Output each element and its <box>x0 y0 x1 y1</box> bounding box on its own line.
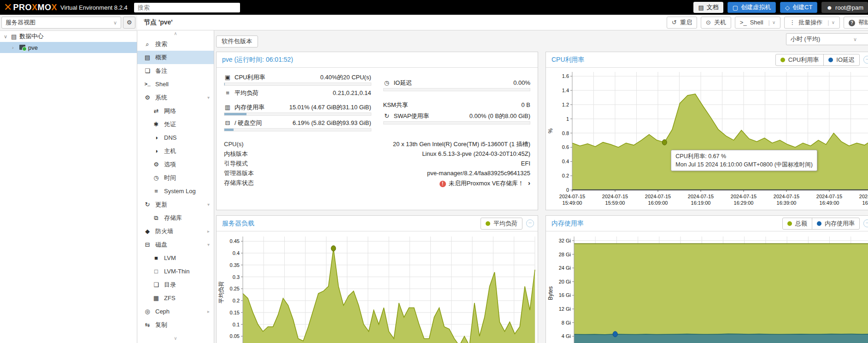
sidebar-item-lvm[interactable]: ■LVM <box>137 251 214 265</box>
create-ct-button[interactable]: ◇创建CT <box>780 2 817 13</box>
view-select[interactable]: 服务器视图 ∨ <box>1 17 121 29</box>
sidebar-item-syslog[interactable]: ≡System Log <box>137 184 214 198</box>
chevron-down-icon[interactable]: ∨ <box>772 20 775 25</box>
legend-item[interactable]: 平均负荷 <box>481 218 522 229</box>
scroll-up-indicator[interactable]: ∧ <box>137 30 214 37</box>
sidebar-item-directory[interactable]: ❑目录 <box>137 278 214 291</box>
sidebar-item-certificates[interactable]: ✱凭证 <box>137 118 214 131</box>
node-icon <box>19 44 25 51</box>
chart-canvas[interactable]: 32 Gi28 Gi24 Gi20 Gi16 Gi12 Gi8 Gi4 GiBy… <box>546 232 868 343</box>
collapse-panel-button[interactable]: − <box>863 219 868 227</box>
legend-item[interactable]: IO延迟 <box>823 54 859 65</box>
create-ct-label: 创建CT <box>792 3 812 12</box>
info-label: 存储库状态 <box>224 178 254 188</box>
restart-button[interactable]: ↺重启 <box>667 17 697 29</box>
sidebar-item-label: 磁盘 <box>155 241 167 249</box>
sidebar-item-network[interactable]: ⇄网络 <box>137 104 214 118</box>
collapse-panel-button[interactable]: − <box>863 56 868 64</box>
create-vm-label: 创建虚拟机 <box>741 3 771 12</box>
expander-icon[interactable]: ∨ <box>4 34 8 40</box>
sidebar-item-hosts[interactable]: ◑主机 <box>137 144 214 158</box>
sidebar-item-zfs[interactable]: ▦ZFS <box>137 291 214 305</box>
legend-item[interactable]: 内存使用率 <box>812 218 859 229</box>
expand-chevron-icon[interactable]: ▸ <box>207 309 210 314</box>
sidebar-item-summary[interactable]: ▤概要 <box>137 51 214 64</box>
documentation-button[interactable]: ▤文档 <box>693 2 723 13</box>
chevron-down-icon[interactable]: ∨ <box>832 20 835 25</box>
sidebar-item-label: System Log <box>164 188 196 195</box>
collapse-panel-button[interactable]: − <box>526 219 534 227</box>
sidebar-item-time[interactable]: ◷时间 <box>137 171 214 184</box>
cpu-icon: ▣ <box>224 73 231 81</box>
shutdown-button[interactable]: ⊙关机 <box>701 17 731 29</box>
expand-chevron-icon[interactable]: ▾ <box>207 95 210 100</box>
search-icon: ⌕ <box>144 41 151 48</box>
sidebar-item-shell[interactable]: >_Shell <box>137 77 214 91</box>
legend-item[interactable]: CPU利用率 <box>776 54 823 65</box>
sidebar-item-lvm-thin[interactable]: □LVM-Thin <box>137 265 214 278</box>
network-icon: ⇄ <box>152 107 160 114</box>
info-label: 引导模式 <box>224 159 248 168</box>
time-range-select[interactable]: 小时 (平均) ∨ <box>786 33 868 45</box>
sidebar-item-dns[interactable]: ◑DNS <box>137 131 214 144</box>
clock-icon: ◷ <box>152 174 160 181</box>
svg-text:2024-07-15: 2024-07-15 <box>774 194 799 199</box>
tree-settings-button[interactable]: ⚙ <box>123 17 135 29</box>
package-versions-button[interactable]: 软件包版本 <box>216 35 258 47</box>
sidebar-item-label: 网络 <box>164 107 176 115</box>
chart-canvas[interactable]: 0.450.40.350.30.250.20.150.10.05平均负荷 <box>217 232 537 343</box>
hdd-icon: ⊟ <box>224 119 231 127</box>
search-input[interactable] <box>134 3 240 12</box>
svg-text:4 Gi: 4 Gi <box>562 333 571 339</box>
progress-bar <box>383 121 531 124</box>
scroll-down-indicator[interactable]: ∨ <box>137 335 214 342</box>
svg-text:2024-07-15: 2024-07-15 <box>816 194 842 199</box>
svg-text:16:49:00: 16:49:00 <box>820 200 839 206</box>
sidebar-item-firewall[interactable]: ◆防火墙▸ <box>137 225 214 238</box>
datacenter-icon: ▤ <box>11 33 17 40</box>
info-label: CPU(s) <box>224 139 244 149</box>
gauge-cpu: ▣CPU利用率0.40%的20 CPU(s) <box>224 73 371 86</box>
legend-label: CPU利用率 <box>788 56 819 64</box>
legend-item[interactable]: 总额 <box>783 218 812 229</box>
replicate-icon: ⇆ <box>144 321 151 328</box>
sidebar-item-notes[interactable]: ❏备注 <box>137 64 214 77</box>
sidebar-item-replication[interactable]: ⇆复制 <box>137 318 214 331</box>
sidebar-item-options[interactable]: ⚙选项 <box>137 158 214 171</box>
svg-text:2024-07-15: 2024-07-15 <box>731 194 757 199</box>
node-nav-sidebar: ∧ ⌕搜索▤概要❏备注>_Shell⚙系统▾⇄网络✱凭证◑DNS◑主机⚙选项◷时… <box>137 30 214 343</box>
note-icon: ❏ <box>144 67 151 74</box>
expand-chevron-icon[interactable]: ▾ <box>207 202 210 207</box>
version-label: Virtual Environment 8.2.4 <box>60 4 128 11</box>
progress-fill <box>224 113 246 115</box>
chart-canvas[interactable]: 1.61.41.210.80.60.40.202024-07-1515:49:0… <box>546 68 868 209</box>
shell-button[interactable]: >_Shell|∨ <box>735 17 780 29</box>
proxmox-x-icon: ✕ <box>4 1 12 13</box>
gauge-swap: ↻SWAP使用率0.00% (0 B的8.00 GiB) <box>383 112 531 124</box>
sidebar-item-label: 凭证 <box>164 120 176 129</box>
expand-chevron-icon[interactable]: ▸ <box>207 229 210 234</box>
user-menu-button[interactable]: ☻root@pam <box>821 2 868 13</box>
certificate-icon: ✱ <box>152 121 160 128</box>
create-vm-button[interactable]: ▢创建虚拟机 <box>727 2 776 13</box>
bulk-actions-button[interactable]: ⋮批量操作|∨ <box>784 17 840 29</box>
sidebar-item-label: 选项 <box>164 160 176 169</box>
expander-icon[interactable]: › <box>12 45 17 50</box>
refresh-icon: ↻ <box>383 112 391 120</box>
svg-text:16:39:00: 16:39:00 <box>777 200 797 206</box>
expand-chevron-icon[interactable]: ▾ <box>207 242 210 247</box>
sidebar-item-disks[interactable]: ⊟磁盘▾ <box>137 238 214 251</box>
svg-text:1.2: 1.2 <box>562 102 569 107</box>
tree-node-pve[interactable]: ›pve <box>0 42 137 53</box>
chevron-right-icon[interactable]: › <box>528 179 530 187</box>
info-value-text: 未启用Proxmox VE存储库！ <box>449 180 524 187</box>
tree-node-datacenter[interactable]: ∨▤数据中心 <box>0 31 137 42</box>
sidebar-item-repositories[interactable]: ⧉存储库 <box>137 211 214 225</box>
sidebar-item-ceph[interactable]: ◎Ceph▸ <box>137 305 214 318</box>
sidebar-item-search[interactable]: ⌕搜索 <box>137 37 214 51</box>
sidebar-item-updates[interactable]: ↻更新▾ <box>137 198 214 211</box>
gauge-ksm: KSM共享0 B <box>383 101 531 109</box>
sidebar-item-system[interactable]: ⚙系统▾ <box>137 91 214 104</box>
help-button[interactable]: ?帮助 <box>844 17 868 29</box>
info-value[interactable]: !未启用Proxmox VE存储库！› <box>440 178 530 188</box>
